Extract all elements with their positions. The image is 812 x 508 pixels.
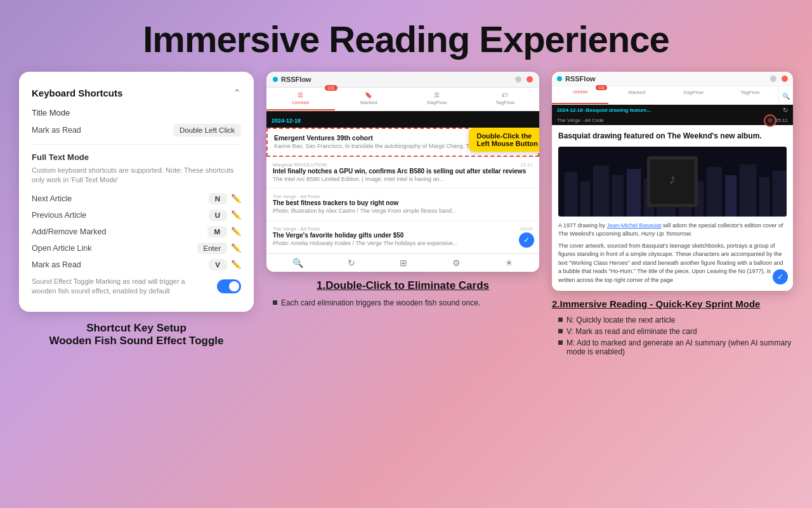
feed-item-2-time: 13:11	[520, 162, 533, 168]
right-bullet-3-text: M: Add to marked and generate an AI summ…	[566, 338, 793, 356]
right-bullet-1: N: Quickly locate the next article	[558, 316, 793, 324]
feed-item-3-source: The Verge - All Posts	[273, 194, 320, 199]
right-tab-marked[interactable]: Marked	[608, 86, 665, 104]
svg-rect-13	[759, 177, 769, 217]
right-article-body-2: The cover artwork, sourced from Basquiat…	[558, 242, 787, 285]
fab-button[interactable]: ✓	[519, 232, 534, 248]
middle-app-screenshot: RSSFlow ☰ Unread 131 🔖	[266, 72, 539, 272]
edit-next-article-icon[interactable]: ✏️	[231, 194, 241, 203]
search-toolbar-icon[interactable]: 🔍	[292, 258, 303, 268]
add-marked-label: Add/Remove Marked	[32, 227, 106, 236]
shortcuts-note: Custom keyboard shortcuts are supported.…	[32, 166, 241, 185]
mark-as-read-key: V	[209, 259, 227, 271]
middle-bullet-list: Each card elimination triggers the woode…	[266, 298, 539, 307]
middle-tab-marked[interactable]: 🔖 Marked	[335, 88, 403, 110]
svg-rect-10	[707, 167, 722, 217]
shortcuts-title: Keyboard Shortcuts	[32, 88, 122, 98]
shortcut-add-marked: Add/Remove Marked M ✏️	[32, 226, 241, 237]
middle-titlebar-controls	[515, 76, 533, 83]
middle-tab-unread[interactable]: ☰ Unread 131	[266, 88, 335, 110]
edit-open-link-icon[interactable]: ✏️	[231, 243, 241, 253]
grid-toolbar-icon[interactable]: ⊞	[400, 258, 407, 268]
tagflow-icon: 🏷	[502, 91, 508, 98]
right-tab-tagflow[interactable]: TagFlow	[722, 86, 778, 104]
right-tab-unread[interactable]: Unread 131	[552, 86, 608, 104]
feed-item-3[interactable]: The Verge - All Posts The best fitness t…	[266, 189, 539, 221]
right-bullet-2-text: V: Mark as read and eliminate the card	[566, 327, 697, 336]
right-refresh-icon[interactable]: ↻	[783, 107, 788, 114]
right-minimize-btn[interactable]	[770, 76, 776, 82]
tagflow-label: TagFlow	[495, 100, 514, 105]
feed-item-4[interactable]: The Verge - All Posts 09:00 The Verge's …	[266, 221, 539, 253]
sound-toggle-switch[interactable]	[217, 279, 241, 293]
right-panel: RSSFlow Unread 131 Marked DayFlow Tag	[552, 72, 793, 359]
basquiat-link[interactable]: Jean-Michel Basquiat	[607, 222, 662, 229]
marked-label: Marked	[360, 100, 377, 105]
right-search-icon[interactable]: 🔍	[778, 86, 793, 104]
immersive-reading-gear-icon[interactable]: ⚙	[764, 114, 776, 127]
middle-tab-tagflow[interactable]: 🏷 TagFlow	[471, 88, 540, 110]
sound-toggle-row: Sound Effect Toggle Marking as read will…	[32, 277, 241, 297]
left-caption-line2: Wooden Fish Sound Effect Toggle	[19, 335, 254, 347]
double-click-tooltip: Double-Click the Left Mouse Button	[469, 128, 539, 152]
bullet-square-1	[273, 300, 277, 305]
close-btn[interactable]	[527, 76, 533, 83]
left-panel: Keyboard Shortcuts ⌃ Title Mode Mark as …	[19, 72, 254, 347]
right-bullet-square-1	[558, 318, 563, 322]
svg-rect-1	[565, 172, 577, 217]
gear-symbol: ⚙	[768, 117, 773, 124]
shortcut-prev-article: Previous Article U ✏️	[32, 210, 241, 221]
minimize-btn[interactable]	[515, 76, 521, 83]
feed-item-2-desc: The Intel Arc B580 Limited Edition. | Im…	[273, 176, 533, 184]
right-bullet-list: N: Quickly locate the next article V: Ma…	[552, 316, 793, 356]
middle-app-brand: RSSFlow	[273, 76, 311, 83]
chevron-up-icon[interactable]: ⌃	[233, 87, 241, 99]
middle-tab-dayflow[interactable]: ☰ DayFlow	[403, 88, 471, 110]
page-title: Immersive Reading Experience	[0, 0, 812, 72]
settings-toolbar-icon[interactable]: ⚙	[452, 258, 461, 268]
right-bullet-1-text: N: Quickly locate the next article	[566, 316, 675, 324]
sound-toggle-label: Sound Effect Toggle Marking as read will…	[32, 277, 211, 297]
feed-item-3-title: The best fitness trackers to buy right n…	[273, 199, 533, 206]
right-date-bar: 2024-12-18 -Basquiat drawing feature... …	[552, 105, 793, 116]
svg-rect-2	[580, 182, 590, 217]
right-app-screenshot: RSSFlow Unread 131 Marked DayFlow Tag	[552, 72, 793, 291]
middle-date-bar: 2024-12-18	[266, 111, 539, 128]
edit-prev-article-icon[interactable]: ✏️	[231, 210, 241, 220]
svg-rect-3	[593, 166, 609, 217]
right-article-duration: 35:11	[775, 117, 788, 123]
refresh-toolbar-icon[interactable]: ↻	[348, 258, 355, 268]
middle-date: 2024-12-18	[272, 117, 301, 124]
unread-icon: ☰	[298, 91, 303, 98]
brand-dot	[273, 77, 278, 82]
right-caption-number: 2.Immersive Reading - Quick-Key Sprint M…	[552, 298, 793, 309]
open-link-label: Open Article Link	[32, 244, 92, 253]
right-brand-dot	[557, 76, 562, 81]
right-close-btn[interactable]	[782, 76, 788, 82]
unread-badge: 131	[325, 85, 337, 91]
right-bullet-square-2	[558, 329, 563, 333]
left-caption-line1: Shortcut Key Setup	[19, 322, 254, 335]
read-fab-button[interactable]: ✓	[773, 269, 788, 284]
double-left-click-badge: Double Left Click	[173, 124, 241, 137]
right-bullet-3: M: Add to marked and generate an AI summ…	[558, 338, 793, 356]
svg-rect-4	[612, 175, 624, 217]
right-titlebar-controls	[770, 76, 788, 82]
feed-item-4-source: The Verge - All Posts	[273, 226, 320, 232]
feed-item-2-title: Intel finally notches a GPU win, confirm…	[273, 168, 533, 175]
next-article-key: N	[209, 193, 227, 204]
brightness-toolbar-icon[interactable]: ☀	[505, 258, 513, 268]
edit-mark-as-read-icon[interactable]: ✏️	[231, 260, 241, 269]
marked-icon: 🔖	[365, 91, 372, 98]
right-tab-dayflow[interactable]: DayFlow	[665, 86, 722, 104]
feed-item-4-title: The Verge's favorite holiday gifts under…	[273, 232, 533, 239]
shortcut-mark-as-read: Mark as Read V ✏️	[32, 259, 241, 271]
right-date: 2024-12-18 -Basquiat drawing feature...	[557, 107, 651, 113]
right-article-body-1: A 1977 drawing by Jean-Michel Basquiat w…	[558, 222, 787, 239]
dayflow-icon: ☰	[434, 91, 440, 98]
feed-item-2[interactable]: Marginal REVOLUTION 13:11 Intel finally …	[266, 157, 539, 189]
edit-add-marked-icon[interactable]: ✏️	[231, 227, 241, 236]
middle-panel-caption: 1.Double-Click to Eliminate Cards Each c…	[266, 279, 539, 307]
dayflow-label: DayFlow	[427, 100, 447, 105]
right-panel-caption: 2.Immersive Reading - Quick-Key Sprint M…	[552, 298, 793, 356]
